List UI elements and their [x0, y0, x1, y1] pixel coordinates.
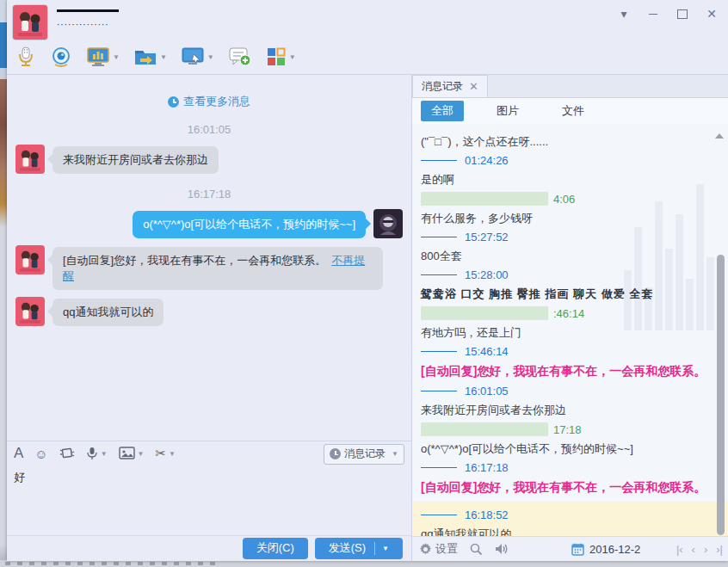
screen-demo-icon[interactable]: ▼ — [86, 46, 120, 68]
page-navigation: |‹ ‹ › ›| — [676, 543, 723, 556]
app-box-icon[interactable]: ▼ — [266, 46, 296, 67]
send-label: 发送(S) — [329, 540, 366, 556]
close-chat-button[interactable]: 关闭(C) — [243, 538, 308, 559]
clock-icon — [168, 96, 179, 108]
contact-avatar[interactable] — [12, 4, 48, 40]
screenshot-scissors-icon[interactable]: ✂▼ — [156, 446, 176, 461]
self-avatar[interactable] — [373, 209, 403, 238]
screenshot-dropdown-icon[interactable]: ▼ — [169, 450, 176, 458]
timestamp-text: 15:27:52 — [465, 231, 509, 243]
first-page-icon[interactable]: |‹ — [676, 543, 683, 556]
timestamp-line — [421, 160, 457, 161]
chat-timestamp: 16:01:05 — [7, 123, 411, 136]
window-shake-icon[interactable] — [59, 447, 75, 460]
close-button[interactable]: ✕ — [700, 5, 723, 22]
emoji-icon[interactable]: ☺ — [34, 447, 47, 461]
timestamp-text: 15:46:14 — [465, 345, 509, 358]
screen-demo-dropdown-icon[interactable]: ▼ — [113, 53, 120, 61]
timestamp-text: 4:06 — [553, 193, 575, 206]
search-icon[interactable] — [470, 543, 483, 556]
history-message: 鸳鸯浴 口交 胸推 臀推 指画 聊天 做爱 全套 — [421, 286, 711, 302]
voice-message-icon[interactable]: ▼ — [86, 447, 108, 461]
close-chat-label: 关闭(C) — [256, 540, 294, 556]
filter-all[interactable]: 全部 — [421, 101, 464, 121]
message-input[interactable]: 好 — [7, 466, 411, 535]
window-menu-chevron-icon[interactable]: ▾ — [613, 5, 635, 22]
filter-files[interactable]: 文件 — [552, 101, 595, 121]
last-page-icon[interactable]: ›| — [716, 543, 723, 556]
message-history-button[interactable]: 消息记录 ▼ — [324, 444, 404, 465]
date-picker[interactable]: 2016-12-2 — [571, 543, 640, 556]
speaker-icon[interactable] — [495, 543, 509, 555]
chat-message-row: [自动回复]您好，我现在有事不在，一会再和您联系。不再提醒 — [15, 245, 403, 290]
prev-page-icon[interactable]: ‹ — [692, 543, 695, 556]
message-text: qq通知我就可以的 — [63, 305, 153, 318]
video-call-icon[interactable] — [50, 46, 72, 68]
scroll-up-arrow[interactable] — [715, 129, 724, 139]
image-icon[interactable]: ▼ — [119, 447, 145, 460]
message-bubble: o(*^▽^*)o[可以给个电话不，预约的时候~~] — [133, 211, 366, 238]
send-file-icon[interactable]: ▼ — [133, 46, 167, 67]
image-dropdown-icon[interactable]: ▼ — [138, 450, 145, 458]
filter-images[interactable]: 图片 — [486, 101, 529, 121]
message-bubble: [自动回复]您好，我现在有事不在，一会再和您联系。不再提醒 — [52, 247, 383, 290]
peer-avatar[interactable] — [15, 245, 45, 274]
view-more-messages[interactable]: 查看更多消息 — [7, 94, 411, 109]
tab-close-icon[interactable]: ✕ — [469, 80, 478, 93]
history-message: o(*^▽^*)o[可以给个电话不，预约的时候~~] — [421, 441, 711, 457]
history-message: 有什么服务，多少钱呀 — [421, 210, 711, 226]
font-style-icon[interactable]: A — [14, 445, 23, 462]
background-text-sliver — [5, 562, 220, 565]
send-button[interactable]: 发送(S)▼ — [315, 538, 403, 559]
couple-avatar-image — [15, 145, 45, 174]
contact-name-redacted — [57, 9, 119, 12]
history-timestamp-redacted: :46:14 — [421, 306, 711, 320]
history-dropdown-icon[interactable]: ▼ — [392, 450, 398, 458]
peer-avatar[interactable] — [15, 297, 45, 326]
chat-message-area[interactable]: 查看更多消息 16:01:05来我附近开房间或者去你那边16:17:18o(*^… — [7, 75, 411, 441]
send-dropdown-icon[interactable]: ▼ — [382, 545, 389, 552]
voice-dropdown-icon[interactable]: ▼ — [101, 450, 108, 458]
titlebar: ·············· ▾ ─ ✕ — [7, 0, 728, 40]
timestamp-line — [421, 274, 457, 275]
history-clock-icon — [330, 448, 341, 459]
redaction-block — [421, 306, 548, 320]
history-timestamp: 16:17:18 — [421, 461, 711, 474]
tab-message-history[interactable]: 消息记录 ✕ — [412, 75, 488, 97]
history-scrollbar[interactable] — [717, 255, 725, 535]
peer-avatar[interactable] — [15, 145, 45, 174]
history-message: ("¯□¯)，这个点还在呀...... — [421, 133, 711, 150]
window-controls: ▾ ─ ✕ — [613, 5, 723, 22]
timestamp-line — [421, 351, 457, 352]
background-taskbar-sliver — [0, 560, 728, 567]
next-page-icon[interactable]: › — [704, 543, 707, 556]
history-content[interactable]: ("¯□¯)，这个点还在呀......01:24:26是的啊4:06有什么服务，… — [412, 124, 728, 536]
create-session-icon[interactable] — [228, 46, 252, 68]
remote-desktop-dropdown-icon[interactable]: ▼ — [207, 53, 214, 61]
timestamp-text: 16:17:18 — [465, 461, 509, 474]
message-bubble: qq通知我就可以的 — [52, 299, 163, 326]
app-box-dropdown-icon[interactable]: ▼ — [289, 53, 296, 61]
chat-message-row: 来我附近开房间或者去你那边 — [15, 145, 403, 174]
input-toolbar: A ☺ ▼ ▼ ✂▼ 消息记录 — [7, 441, 411, 466]
remote-desktop-icon[interactable]: ▼ — [181, 46, 214, 67]
minimize-button[interactable]: ─ — [642, 5, 664, 22]
self-avatar-image — [373, 209, 403, 238]
message-text: [自动回复]您好，我现在有事不在，一会再和您联系。 — [63, 254, 326, 267]
screen: ·············· ▾ ─ ✕ ▼ ▼ — [0, 0, 728, 567]
timestamp-line — [421, 467, 457, 468]
couple-avatar-image — [15, 297, 45, 326]
voice-call-icon[interactable] — [15, 46, 36, 68]
history-message: [自动回复]您好，我现在有事不在，一会再和您联系。 — [421, 362, 711, 380]
history-timestamp: 16:18:52 — [421, 508, 711, 521]
chat-messages: 16:01:05来我附近开房间或者去你那边16:17:18o(*^▽^*)o[可… — [7, 123, 411, 326]
timestamp-text: 16:01:05 — [465, 385, 509, 398]
send-file-dropdown-icon[interactable]: ▼ — [160, 53, 167, 61]
draft-text: 好 — [14, 471, 25, 484]
settings-button[interactable]: 设置 — [419, 541, 458, 557]
chat-timestamp: 16:17:18 — [7, 188, 411, 200]
timestamp-text: 15:28:00 — [465, 268, 509, 281]
history-footer: 设置 2016-12-2 |‹ ‹ › — [412, 536, 728, 561]
maximize-button[interactable] — [671, 5, 694, 22]
timestamp-text: 16:18:52 — [465, 508, 509, 521]
